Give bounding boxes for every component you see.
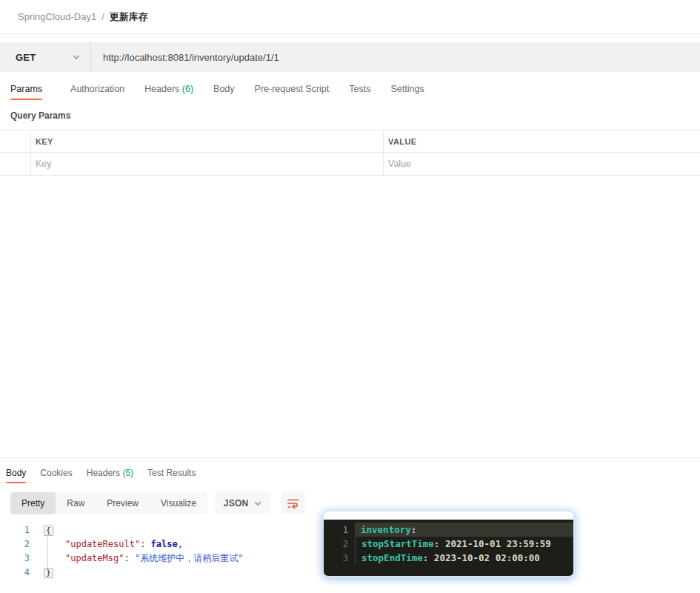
method-select[interactable]: GET	[0, 42, 91, 72]
params-row-gutter	[0, 153, 31, 175]
view-mode-switcher: Pretty Raw Preview Visualize	[10, 492, 207, 514]
view-mode-visualize[interactable]: Visualize	[150, 492, 207, 514]
view-mode-pretty[interactable]: Pretty	[10, 492, 56, 514]
response-headers-count-badge: (5)	[122, 468, 133, 478]
yaml-snippet: 1 inventory: 2 stopStartTime: 2021-10-01…	[324, 520, 573, 576]
tab-settings[interactable]: Settings	[390, 84, 424, 94]
line-number: 3	[0, 551, 30, 566]
breadcrumb: SpringCloud-Day1 / 更新库存	[0, 0, 700, 34]
view-mode-preview[interactable]: Preview	[96, 492, 150, 514]
param-value-input[interactable]	[384, 159, 700, 169]
url-input[interactable]	[91, 52, 700, 63]
params-header-row: KEY VALUE	[0, 130, 700, 153]
tab-params[interactable]: Params	[10, 84, 42, 100]
snippet-line-1: 1 inventory:	[324, 523, 573, 537]
tab-headers[interactable]: Headers (6)	[144, 84, 193, 94]
snippet-line-number: 1	[324, 523, 348, 537]
breadcrumb-request-name[interactable]: 更新库存	[110, 10, 148, 24]
tab-pre-request-script[interactable]: Pre-request Script	[255, 84, 330, 94]
param-key-input[interactable]	[31, 159, 383, 169]
chevron-down-icon	[73, 55, 80, 59]
snippet-line-2: 2 stopStartTime: 2021-10-01 23:59:59	[324, 537, 573, 551]
url-field-wrap	[91, 42, 700, 72]
request-tabs: Params Authorization Headers (6) Body Pr…	[0, 72, 700, 100]
view-mode-raw[interactable]: Raw	[56, 492, 96, 514]
value-column-header: VALUE	[384, 137, 416, 146]
wrap-text-button[interactable]	[281, 491, 305, 514]
tab-authorization[interactable]: Authorization	[70, 84, 124, 94]
headers-count-badge: (6)	[182, 84, 193, 94]
breadcrumb-collection[interactable]: SpringCloud-Day1	[18, 11, 96, 22]
snippet-line-number: 2	[324, 537, 348, 551]
chevron-down-icon	[254, 501, 261, 506]
response-tab-body[interactable]: Body	[6, 468, 26, 483]
tab-body[interactable]: Body	[213, 84, 235, 94]
params-gutter	[0, 130, 31, 152]
line-number: 1	[0, 523, 30, 537]
response-tab-test-results[interactable]: Test Results	[147, 468, 196, 483]
response-tabs: Body Cookies Headers (5) Test Results	[0, 458, 700, 483]
line-number: 2	[0, 537, 30, 551]
method-label: GET	[16, 52, 36, 63]
config-snippet-overlay: 1 inventory: 2 stopStartTime: 2021-10-01…	[324, 511, 573, 576]
fold-widget-open[interactable]: {	[44, 526, 53, 536]
tab-tests[interactable]: Tests	[349, 84, 370, 94]
response-format-select[interactable]: JSON	[215, 491, 270, 514]
params-input-row	[0, 153, 700, 176]
format-select-label: JSON	[224, 498, 248, 508]
snippet-line-3: 3 stopEndTime: 2023-10-02 02:00:00	[324, 551, 573, 565]
line-number: 4	[0, 566, 30, 580]
request-url-bar: GET	[0, 42, 700, 72]
fold-widget-close[interactable]: }	[44, 568, 53, 578]
key-column-header: KEY	[31, 137, 53, 146]
query-params-table: KEY VALUE	[0, 130, 700, 176]
fold-guide-line	[47, 537, 48, 568]
snippet-line-number: 3	[324, 551, 348, 565]
wrap-text-icon	[287, 497, 300, 509]
breadcrumb-separator: /	[101, 11, 104, 22]
response-tab-headers[interactable]: Headers (5)	[87, 468, 133, 483]
response-tab-cookies[interactable]: Cookies	[40, 468, 72, 483]
query-params-title: Query Params	[10, 110, 700, 121]
